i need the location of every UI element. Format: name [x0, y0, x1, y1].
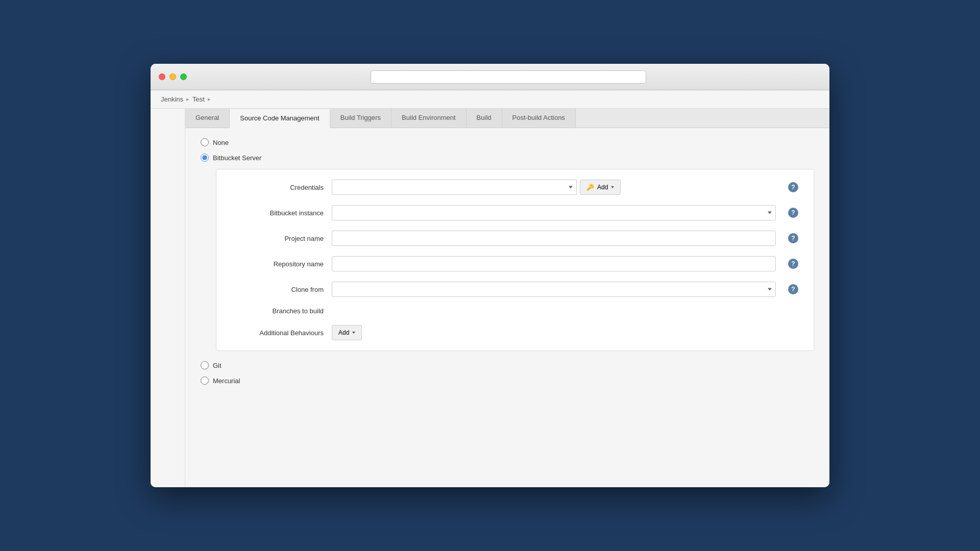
- add-credentials-label: Add: [597, 184, 608, 191]
- key-icon: 🔑: [586, 184, 594, 191]
- repository-name-label: Repository name: [232, 260, 324, 268]
- tab-build-environment[interactable]: Build Environment: [391, 109, 467, 128]
- sidebar: [151, 109, 185, 487]
- breadcrumb-test[interactable]: Test: [192, 95, 205, 103]
- additional-behaviours-label: Additional Behaviours: [232, 329, 324, 337]
- repository-name-help-icon[interactable]: ?: [788, 259, 798, 269]
- none-label: None: [213, 139, 229, 146]
- project-name-help-icon[interactable]: ?: [788, 233, 798, 243]
- additional-behaviours-row: Additional Behaviours Add: [232, 325, 798, 340]
- close-button[interactable]: [159, 73, 165, 80]
- tab-post-build-actions[interactable]: Post-build Actions: [502, 109, 576, 128]
- credentials-select-wrap: [332, 180, 577, 195]
- none-radio[interactable]: [201, 138, 209, 146]
- main-content: General Source Code Management Build Tri…: [151, 109, 829, 487]
- project-name-row: Project name ?: [232, 231, 798, 246]
- bitbucket-instance-select[interactable]: [332, 205, 776, 220]
- clone-from-row: Clone from ?: [232, 282, 798, 297]
- traffic-lights: [159, 73, 187, 80]
- credentials-select[interactable]: [332, 180, 577, 195]
- credentials-help-icon[interactable]: ?: [788, 182, 798, 192]
- maximize-button[interactable]: [180, 73, 187, 80]
- add-behaviour-button[interactable]: Add: [332, 325, 362, 340]
- repository-name-input[interactable]: [332, 256, 776, 271]
- tab-general[interactable]: General: [185, 109, 230, 128]
- repository-name-control: [332, 256, 776, 271]
- mercurial-radio[interactable]: [201, 377, 209, 385]
- title-bar: [151, 64, 829, 90]
- content-area: General Source Code Management Build Tri…: [185, 109, 829, 487]
- credentials-label: Credentials: [232, 184, 324, 191]
- add-behaviour-label: Add: [338, 329, 349, 336]
- breadcrumb-arrow-1: ▸: [186, 96, 189, 103]
- add-credentials-button[interactable]: 🔑 Add: [580, 180, 621, 195]
- breadcrumb-arrow-2: ▸: [208, 96, 211, 103]
- breadcrumb-jenkins[interactable]: Jenkins: [161, 95, 183, 103]
- additional-behaviours-control: Add: [332, 325, 798, 340]
- clone-from-label: Clone from: [232, 286, 324, 293]
- git-label: Git: [213, 362, 222, 369]
- add-behaviour-dropdown-arrow: [352, 332, 355, 334]
- main-window: Jenkins ▸ Test ▸ General Source Code Man…: [151, 64, 829, 487]
- tab-build[interactable]: Build: [467, 109, 502, 128]
- branches-to-build-label: Branches to build: [232, 307, 324, 315]
- bitbucket-instance-row: Bitbucket instance ?: [232, 205, 798, 220]
- credentials-row: Credentials 🔑: [232, 180, 798, 195]
- repository-name-row: Repository name ?: [232, 256, 798, 271]
- bitbucket-label: Bitbucket Server: [213, 154, 261, 162]
- bitbucket-instance-control: [332, 205, 776, 220]
- none-radio-option: None: [201, 138, 814, 146]
- bitbucket-instance-label: Bitbucket instance: [232, 209, 324, 217]
- breadcrumb: Jenkins ▸ Test ▸: [151, 90, 829, 109]
- git-radio[interactable]: [201, 361, 209, 369]
- tab-source-code-management[interactable]: Source Code Management: [230, 109, 330, 128]
- clone-from-control: [332, 282, 776, 297]
- form-area: None Bitbucket Server Credentials: [185, 128, 829, 487]
- git-radio-option: Git: [201, 361, 814, 369]
- credentials-control: 🔑 Add: [332, 180, 776, 195]
- project-name-control: [332, 231, 776, 246]
- address-bar[interactable]: [371, 70, 646, 84]
- bitbucket-radio[interactable]: [201, 154, 209, 162]
- project-name-label: Project name: [232, 235, 324, 242]
- bitbucket-instance-select-wrapper: [332, 205, 776, 220]
- credentials-input-group: 🔑 Add: [332, 180, 776, 195]
- project-name-input[interactable]: [332, 231, 776, 246]
- tab-build-triggers[interactable]: Build Triggers: [330, 109, 391, 128]
- clone-from-select-wrapper: [332, 282, 776, 297]
- bitbucket-instance-help-icon[interactable]: ?: [788, 208, 798, 218]
- mercurial-label: Mercurial: [213, 377, 240, 385]
- tabs-bar: General Source Code Management Build Tri…: [185, 109, 829, 128]
- branches-to-build-row: Branches to build: [232, 307, 798, 315]
- bitbucket-radio-option: Bitbucket Server: [201, 154, 814, 162]
- clone-from-help-icon[interactable]: ?: [788, 284, 798, 294]
- mercurial-radio-option: Mercurial: [201, 377, 814, 385]
- add-credentials-dropdown-arrow: [611, 186, 614, 188]
- bitbucket-form-section: Credentials 🔑: [216, 169, 814, 351]
- clone-from-select[interactable]: [332, 282, 776, 297]
- minimize-button[interactable]: [169, 73, 176, 80]
